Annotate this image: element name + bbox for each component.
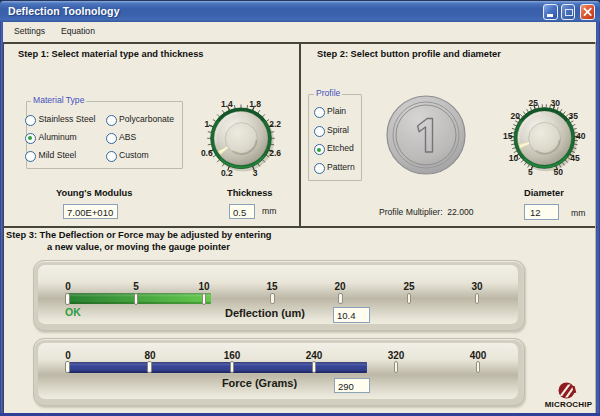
svg-text:10: 10 <box>509 153 519 163</box>
svg-text:5: 5 <box>528 167 533 177</box>
svg-text:25: 25 <box>529 98 539 108</box>
svg-text:2.6: 2.6 <box>269 148 281 158</box>
svg-text:20: 20 <box>511 111 521 121</box>
svg-text:40: 40 <box>576 131 586 141</box>
svg-text:3: 3 <box>253 168 258 178</box>
svg-text:45: 45 <box>570 153 580 163</box>
svg-text:1.4: 1.4 <box>221 99 233 109</box>
svg-text:2.2: 2.2 <box>269 119 281 129</box>
svg-text:0.6: 0.6 <box>201 148 213 158</box>
svg-text:15: 15 <box>503 131 513 141</box>
svg-text:50: 50 <box>554 167 564 177</box>
svg-text:35: 35 <box>569 111 579 121</box>
svg-text:30: 30 <box>551 98 561 108</box>
svg-text:1.8: 1.8 <box>249 99 261 109</box>
svg-text:0.2: 0.2 <box>221 168 233 178</box>
svg-text:1: 1 <box>204 119 209 129</box>
